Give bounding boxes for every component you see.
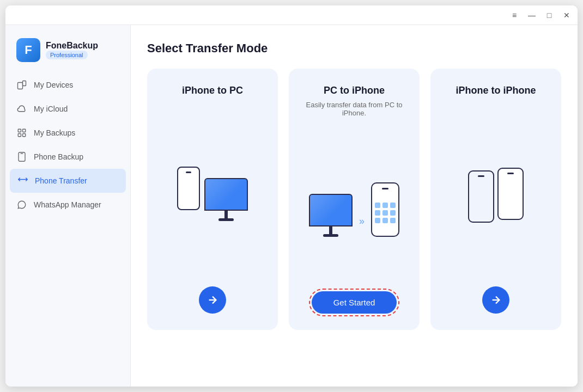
page-title: Select Transfer Mode <box>147 41 561 56</box>
card-pc-to-iphone-desc: Easily transfer data from PC to iPhone. <box>300 101 409 117</box>
menu-button[interactable]: ≡ <box>510 11 519 20</box>
main-content: Select Transfer Mode iPhone to PC <box>131 25 578 387</box>
app-logo-icon: F <box>16 38 40 62</box>
card-pc-to-iphone: PC to iPhone Easily transfer data from P… <box>289 69 420 330</box>
card-iphone-to-iphone-illustration <box>468 112 524 275</box>
sidebar-item-whatsapp-manager-label: WhatsApp Manager <box>34 200 101 209</box>
app-badge: Professional <box>46 51 88 59</box>
backups-icon <box>16 127 27 138</box>
logo-text: FoneBackup Professional <box>46 41 98 59</box>
title-bar: ≡ — □ ✕ <box>5 5 578 25</box>
iphone-illustration <box>177 167 200 210</box>
main-layout: F FoneBackup Professional My Devices <box>5 25 578 387</box>
sidebar-item-my-icloud-label: My iCloud <box>34 105 68 113</box>
transfer-arrows-icon: » <box>359 216 365 227</box>
get-started-button[interactable]: Get Started <box>312 291 397 314</box>
card-iphone-to-iphone: iPhone to iPhone <box>430 69 561 330</box>
sidebar-item-my-icloud[interactable]: My iCloud <box>5 97 130 121</box>
close-button[interactable]: ✕ <box>562 11 571 20</box>
iphone-back-illustration <box>468 170 494 223</box>
card-pc-to-iphone-action: Get Started <box>312 291 397 314</box>
card-iphone-to-iphone-title: iPhone to iPhone <box>456 85 536 96</box>
sidebar-item-phone-transfer[interactable]: Phone Transfer <box>10 169 126 193</box>
whatsapp-icon <box>16 199 27 210</box>
sidebar-item-phone-transfer-label: Phone Transfer <box>35 176 87 185</box>
maximize-button[interactable]: □ <box>545 11 554 20</box>
card-pc-to-iphone-illustration: » <box>309 139 399 280</box>
cards-container: iPhone to PC <box>147 69 561 330</box>
svg-rect-4 <box>18 134 21 137</box>
iphone-to-pc-arrow-button[interactable] <box>199 286 226 314</box>
minimize-button[interactable]: — <box>527 11 536 20</box>
iphone-grid-illustration <box>371 182 399 237</box>
svg-rect-0 <box>18 83 23 89</box>
card-iphone-to-pc-title: iPhone to PC <box>182 85 243 96</box>
card-iphone-to-pc-action <box>199 286 226 314</box>
card-pc-to-iphone-title: PC to iPhone <box>324 85 385 96</box>
svg-rect-3 <box>23 129 26 132</box>
phone-transfer-icon <box>17 175 28 186</box>
sidebar-item-phone-backup[interactable]: Phone Backup <box>5 145 130 169</box>
logo-area: F FoneBackup Professional <box>5 34 130 73</box>
devices-icon <box>16 79 27 90</box>
app-name: FoneBackup <box>46 41 98 51</box>
monitor-illustration <box>204 178 248 221</box>
sidebar-item-phone-backup-label: Phone Backup <box>34 152 83 161</box>
icloud-icon <box>16 103 27 114</box>
sidebar-item-my-backups[interactable]: My Backups <box>5 121 130 145</box>
svg-rect-5 <box>23 134 26 137</box>
sidebar-item-my-backups-label: My Backups <box>34 128 75 137</box>
app-window: ≡ — □ ✕ F FoneBackup Professional <box>5 5 578 387</box>
svg-rect-1 <box>23 81 26 86</box>
sidebar-item-my-devices-label: My Devices <box>34 81 73 89</box>
iphone-front-illustration <box>497 168 524 220</box>
card-iphone-to-iphone-action <box>482 286 509 314</box>
sidebar: F FoneBackup Professional My Devices <box>5 25 131 387</box>
sidebar-item-my-devices[interactable]: My Devices <box>5 73 130 97</box>
sidebar-item-whatsapp-manager[interactable]: WhatsApp Manager <box>5 193 130 217</box>
svg-rect-2 <box>18 129 21 132</box>
pc-monitor-illustration <box>309 194 353 237</box>
card-iphone-to-pc-illustration <box>177 112 248 275</box>
card-iphone-to-pc: iPhone to PC <box>147 69 278 330</box>
iphone-to-iphone-arrow-button[interactable] <box>482 286 509 314</box>
phone-backup-icon <box>16 151 27 162</box>
